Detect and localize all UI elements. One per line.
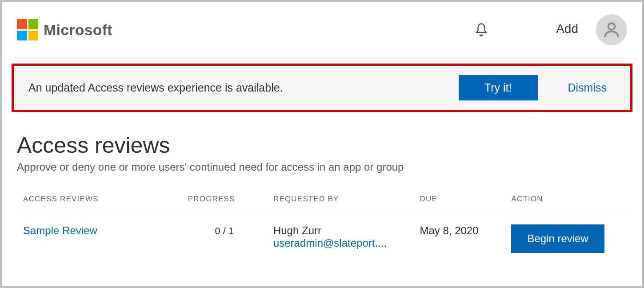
main-content: Access reviews Approve or deny one or mo…	[2, 112, 642, 253]
review-due-date: May 8, 2020	[420, 224, 478, 236]
svg-point-0	[608, 23, 615, 30]
page-subtitle: Approve or deny one or more users' conti…	[17, 161, 627, 173]
review-name-link[interactable]: Sample Review	[23, 224, 97, 236]
header-actions: Add	[473, 14, 627, 45]
table-header-row: ACCESS REVIEWS PROGRESS REQUESTED BY DUE…	[17, 195, 627, 210]
notifications-button[interactable]	[473, 22, 489, 38]
user-avatar[interactable]	[596, 14, 627, 45]
requested-by-email[interactable]: useradmin@slateport....	[273, 237, 414, 249]
dismiss-link[interactable]: Dismiss	[568, 81, 607, 94]
col-header-due[interactable]: DUE	[413, 195, 505, 210]
try-it-button[interactable]: Try it!	[459, 75, 538, 100]
access-reviews-table: ACCESS REVIEWS PROGRESS REQUESTED BY DUE…	[17, 195, 627, 253]
page-title: Access reviews	[17, 132, 627, 158]
review-progress: 0 / 1	[215, 225, 234, 237]
col-header-name[interactable]: ACCESS REVIEWS	[17, 195, 182, 210]
add-link[interactable]: Add	[556, 22, 578, 38]
user-icon	[602, 20, 621, 40]
requested-by-name: Hugh Zurr	[273, 224, 321, 236]
col-header-requested[interactable]: REQUESTED BY	[267, 195, 414, 210]
app-frame: Microsoft Add An updated Access reviews …	[0, 0, 644, 288]
table-row: Sample Review 0 / 1 Hugh Zurr useradmin@…	[17, 210, 627, 253]
update-banner: An updated Access reviews experience is …	[16, 68, 628, 108]
banner-highlight: An updated Access reviews experience is …	[12, 64, 632, 112]
begin-review-button[interactable]: Begin review	[511, 224, 604, 253]
page-header: Microsoft Add	[2, 2, 642, 53]
col-header-progress[interactable]: PROGRESS	[182, 195, 267, 210]
microsoft-logo-icon	[17, 19, 38, 40]
header-divider	[11, 57, 633, 57]
bell-icon	[473, 22, 489, 38]
col-header-action[interactable]: ACTION	[505, 195, 627, 210]
microsoft-logo-text: Microsoft	[44, 21, 112, 39]
banner-actions: Try it! Dismiss	[459, 75, 616, 100]
microsoft-logo[interactable]: Microsoft	[17, 19, 112, 40]
banner-message: An updated Access reviews experience is …	[28, 81, 283, 94]
